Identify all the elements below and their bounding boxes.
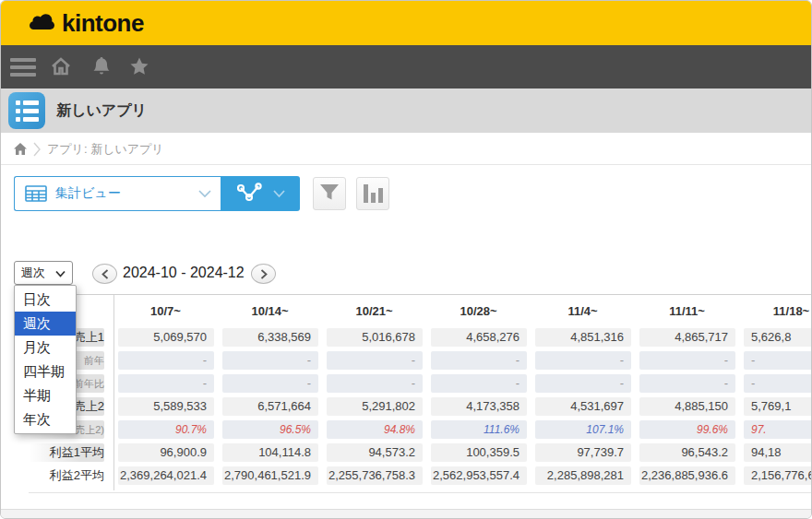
table-cell: 97,739.7 xyxy=(535,443,631,462)
dropdown-option[interactable]: 四半期 xyxy=(15,360,76,383)
bell-icon[interactable] xyxy=(90,54,113,78)
chevron-right-icon xyxy=(260,269,268,279)
table-row: 利益1平均96,900.9104,114.894,573.2100,359.59… xyxy=(29,443,812,466)
table-cell: 2,285,898,281 xyxy=(535,466,631,485)
filter-button[interactable] xyxy=(313,177,346,210)
app-title: 新しいアプリ xyxy=(56,88,147,133)
row-label-cell: 利益2平均 xyxy=(29,466,113,490)
table-cell: 94.8% xyxy=(327,420,423,439)
brand-logo-text: kintone xyxy=(62,9,144,37)
chevron-down-icon xyxy=(55,265,66,281)
table-cell: - xyxy=(118,351,214,370)
chart-button[interactable] xyxy=(356,177,389,210)
column-header: 11/4~ xyxy=(531,295,635,328)
breadcrumb-text[interactable]: アプリ: 新しいアプリ xyxy=(47,133,164,165)
table-body: 売上15,069,5706,338,5695,016,6784,658,2764… xyxy=(29,328,812,490)
table-cell: 4,865,717 xyxy=(639,328,735,347)
table-grid-icon xyxy=(25,185,47,202)
table-row: 利益2平均2,369,264,021.42,790,461,521.92,255… xyxy=(29,466,812,490)
table-cell: 4,658,276 xyxy=(431,328,527,347)
table-header-row: 10/7~10/14~10/21~10/28~11/4~11/11~11/18~ xyxy=(29,295,812,328)
column-header: 10/14~ xyxy=(218,295,322,328)
table-cell: - xyxy=(118,374,214,393)
table-cell: 111.6% xyxy=(431,420,527,439)
table-cell: 107.1% xyxy=(535,420,631,439)
table-cell: 5,291,802 xyxy=(327,397,423,416)
chart-view-button[interactable] xyxy=(221,176,300,211)
table-cell: - xyxy=(431,351,527,370)
breadcrumb: アプリ: 新しいアプリ xyxy=(1,133,811,165)
bar-chart-icon xyxy=(364,184,383,203)
global-toolbar xyxy=(1,45,811,88)
chevron-down-icon xyxy=(273,185,285,202)
view-switcher: 集計ビュー xyxy=(14,176,300,211)
dropdown-option[interactable]: 週次 xyxy=(15,312,76,336)
table-cell: 2,156,776,66 xyxy=(744,466,812,485)
table-cell: 99.6% xyxy=(639,420,735,439)
table-cell: 97. xyxy=(744,420,812,439)
hamburger-icon[interactable] xyxy=(10,58,36,77)
row-label: 利益2平均 xyxy=(29,466,104,485)
chevron-separator-icon xyxy=(32,140,42,162)
table-row: 売上25,589,5336,571,6645,291,8024,173,3584… xyxy=(29,397,812,420)
dropdown-option[interactable]: 半期 xyxy=(15,383,76,407)
kintone-window: kintone 新しいアプリ アプリ: 新しいアプリ xyxy=(0,0,812,519)
table-cell: 100,359.5 xyxy=(431,443,527,462)
brand-bar: kintone xyxy=(1,1,811,45)
table-cell: - xyxy=(535,351,631,370)
table-cell: 6,338,569 xyxy=(222,328,318,347)
table-cell: - xyxy=(639,374,735,393)
funnel-icon xyxy=(318,181,340,206)
table-cell: 96.5% xyxy=(222,420,318,439)
column-header: 10/7~ xyxy=(113,295,218,328)
next-period-button[interactable] xyxy=(251,264,276,284)
table-cell: 96,900.9 xyxy=(118,443,214,462)
column-header: 11/11~ xyxy=(635,295,739,328)
table-cell: 4,531,697 xyxy=(535,397,631,416)
dropdown-option[interactable]: 日次 xyxy=(15,288,76,312)
table-row: 売上15,069,5706,338,5695,016,6784,658,2764… xyxy=(29,328,812,351)
table-cell: 5,589,533 xyxy=(118,397,214,416)
view-name: 集計ビュー xyxy=(55,185,198,202)
table-cell: - xyxy=(222,351,318,370)
table-cell: 96,543.2 xyxy=(639,443,735,462)
table-cell: 6,571,664 xyxy=(222,397,318,416)
prev-period-button[interactable] xyxy=(92,264,117,284)
row-label: 利益1平均 xyxy=(29,443,104,462)
table-cell: 94,573.2 xyxy=(327,443,423,462)
chevron-down-icon xyxy=(198,185,211,202)
table-cell: 5,626,8 xyxy=(744,328,812,347)
app-list-icon[interactable] xyxy=(8,92,45,129)
kintone-logo[interactable]: kintone xyxy=(27,9,144,37)
footer-band xyxy=(1,510,811,519)
table-row: 前年比------- xyxy=(29,374,812,397)
chevron-left-icon xyxy=(102,269,109,279)
dropdown-option[interactable]: 月次 xyxy=(15,336,76,360)
dropdown-option[interactable]: 年次 xyxy=(15,407,76,431)
table-cell: 5,016,678 xyxy=(327,328,423,347)
column-header: 10/28~ xyxy=(426,295,531,328)
table-cell: 104,114.8 xyxy=(222,443,318,462)
breadcrumb-home-icon[interactable] xyxy=(13,142,28,159)
table-bottom-border xyxy=(29,492,812,493)
period-unit-select[interactable]: 週次 xyxy=(14,261,73,285)
table-cell: 2,790,461,521.9 xyxy=(222,466,318,485)
table-cell: 5,069,570 xyxy=(118,328,214,347)
period-range-label: 2024-10 - 2024-12 xyxy=(123,261,245,285)
table-cell: - xyxy=(431,374,527,393)
table-cell: - xyxy=(535,374,631,393)
line-chart-icon xyxy=(236,181,264,206)
home-icon[interactable] xyxy=(49,54,73,78)
table-cell: 4,885,150 xyxy=(639,397,735,416)
table-cell: 2,562,953,557.4 xyxy=(431,466,527,485)
table-cell: - xyxy=(744,374,812,393)
table-cell: - xyxy=(639,351,735,370)
table-cell: 94,18 xyxy=(744,443,812,462)
table-row: 売上2)90.7%96.5%94.8%111.6%107.1%99.6%97. xyxy=(29,420,812,443)
table-cell: 90.7% xyxy=(118,420,214,439)
table-cell: - xyxy=(327,374,423,393)
period-unit-dropdown: 日次週次月次四半期半期年次 xyxy=(14,285,77,434)
star-icon[interactable] xyxy=(127,54,151,78)
view-select[interactable]: 集計ビュー xyxy=(14,176,221,211)
table-cell: - xyxy=(222,374,318,393)
